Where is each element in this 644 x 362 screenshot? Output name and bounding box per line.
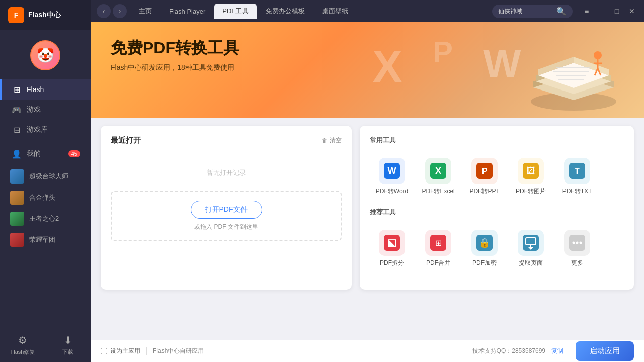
tab-pdf-tools[interactable]: PDF工具 bbox=[214, 4, 257, 19]
search-input[interactable] bbox=[498, 8, 553, 15]
sidebar: F Flash中心 🤡 ⊞ Flash 🎮 游戏 ⊟ 游戏库 👤 我的 45 超… bbox=[0, 0, 91, 362]
avatar[interactable]: 🤡 bbox=[30, 40, 60, 70]
txt-icon: T bbox=[569, 163, 585, 179]
tab-home[interactable]: 主页 bbox=[131, 4, 160, 19]
pdf-to-txt-icon-wrap: T bbox=[564, 158, 590, 184]
flash-icon: ⊞ bbox=[12, 84, 22, 95]
pdf-to-excel-icon-wrap: X bbox=[425, 158, 451, 184]
tool-extract-page[interactable]: 提取页面 bbox=[509, 224, 553, 272]
sidebar-item-games[interactable]: 🎮 游戏 bbox=[0, 100, 91, 120]
recent-card-title: 最近打开 bbox=[111, 136, 141, 145]
game-label-1: 超级台球大师 bbox=[29, 172, 68, 181]
app-logo-text: Flash中心 bbox=[28, 11, 61, 20]
page-content: 免费PDF转换工具 Flash中心研发应用，18种工具免费使用 X P W bbox=[91, 22, 644, 340]
excel-icon: X bbox=[430, 163, 446, 179]
sidebar-footer: ⚙ Flash修复 ⬇ 下载 bbox=[0, 328, 91, 362]
svg-point-43 bbox=[573, 242, 575, 244]
pdf-to-ppt-icon-wrap: P bbox=[471, 158, 498, 184]
extract-icon bbox=[523, 235, 539, 251]
pdf-encrypt-icon-wrap: 🔒 bbox=[471, 230, 498, 256]
svg-text:X: X bbox=[435, 166, 441, 176]
pdf-to-excel-label: PDF转Excel bbox=[422, 187, 454, 196]
menu-button[interactable]: ≡ bbox=[581, 5, 593, 17]
games-icon: 🎮 bbox=[12, 105, 22, 115]
sidebar-item-game-lib[interactable]: ⊟ 游戏库 bbox=[0, 120, 91, 140]
search-icon[interactable]: 🔍 bbox=[556, 7, 567, 16]
game-label-4: 荣耀军团 bbox=[29, 235, 55, 244]
game-item-2[interactable]: 合金弹头 bbox=[0, 187, 91, 208]
game-item-1[interactable]: 超级台球大师 bbox=[0, 166, 91, 187]
sidebar-nav: ⊞ Flash 🎮 游戏 ⊟ 游戏库 bbox=[0, 75, 91, 144]
tool-pdf-to-txt[interactable]: T PDF转TXT bbox=[555, 152, 599, 200]
sidebar-avatar-area: 🤡 bbox=[0, 30, 91, 75]
recent-card-header: 最近打开 🗑 清空 bbox=[111, 136, 342, 145]
tool-pdf-encrypt[interactable]: 🔒 PDF加密 bbox=[462, 224, 507, 272]
maximize-button[interactable]: □ bbox=[611, 5, 623, 17]
copy-qq-button[interactable]: 复制 bbox=[551, 347, 564, 355]
svg-text:X: X bbox=[372, 42, 403, 92]
close-button[interactable]: ✕ bbox=[626, 5, 638, 17]
banner: 免费PDF转换工具 Flash中心研发应用，18种工具免费使用 X P W bbox=[91, 22, 644, 118]
cards-row: 最近打开 🗑 清空 暂无打开记录 打开PDF文件 或拖入 PDF 文件到这里 bbox=[91, 118, 644, 298]
main-app-checkbox-input[interactable] bbox=[101, 348, 107, 354]
split-icon: ⬕ bbox=[384, 235, 400, 251]
upload-area[interactable]: 打开PDF文件 或拖入 PDF 文件到这里 bbox=[111, 191, 342, 241]
upload-hint: 或拖入 PDF 文件到这里 bbox=[122, 223, 331, 231]
tab-wallpaper[interactable]: 桌面壁纸 bbox=[314, 4, 356, 19]
game-thumb-3 bbox=[10, 212, 24, 226]
merge-icon: ⊞ bbox=[430, 235, 446, 251]
encrypt-icon: 🔒 bbox=[476, 235, 493, 251]
tool-pdf-merge[interactable]: ⊞ PDF合并 bbox=[416, 224, 460, 272]
svg-text:⊞: ⊞ bbox=[435, 239, 442, 247]
game-label-2: 合金弹头 bbox=[29, 193, 55, 202]
sidebar-item-my[interactable]: 👤 我的 45 bbox=[0, 144, 91, 164]
common-tools-title: 常用工具 bbox=[370, 136, 624, 145]
sidebar-my-label: 我的 bbox=[27, 149, 41, 158]
start-app-button[interactable]: 启动应用 bbox=[576, 341, 634, 361]
tool-more[interactable]: 更多 bbox=[555, 224, 599, 272]
forward-button[interactable]: › bbox=[113, 4, 127, 18]
tool-pdf-to-ppt[interactable]: P PDF转PPT bbox=[462, 152, 507, 200]
pdf-split-icon-wrap: ⬕ bbox=[379, 230, 405, 256]
titlebar: ‹ › 主页 Flash Player PDF工具 免费办公模板 桌面壁纸 🔍 … bbox=[91, 0, 644, 22]
word-icon: W bbox=[384, 163, 400, 179]
tool-pdf-to-excel[interactable]: X PDF转Excel bbox=[416, 152, 460, 200]
tool-pdf-to-image[interactable]: 🖼 PDF转图片 bbox=[509, 152, 553, 200]
flash-repair-btn[interactable]: ⚙ Flash修复 bbox=[0, 328, 45, 362]
open-pdf-button[interactable]: 打开PDF文件 bbox=[191, 201, 262, 219]
recommended-tools-grid: ⬕ PDF拆分 ⊞ PDF合并 bbox=[370, 224, 624, 272]
main-area: ‹ › 主页 Flash Player PDF工具 免费办公模板 桌面壁纸 🔍 … bbox=[91, 0, 644, 362]
back-button[interactable]: ‹ bbox=[97, 4, 111, 18]
sidebar-item-flash[interactable]: ⊞ Flash bbox=[0, 79, 91, 100]
banner-decoration: X P W bbox=[342, 22, 644, 118]
tab-flash-player[interactable]: Flash Player bbox=[161, 4, 213, 19]
set-as-main-app-checkbox[interactable]: 设为主应用 bbox=[101, 347, 140, 355]
svg-text:P: P bbox=[482, 167, 488, 175]
pdf-to-image-label: PDF转图片 bbox=[516, 187, 546, 196]
tool-pdf-split[interactable]: ⬕ PDF拆分 bbox=[370, 224, 414, 272]
svg-point-44 bbox=[576, 242, 579, 244]
window-controls: ≡ — □ ✕ bbox=[581, 5, 638, 17]
extract-page-icon-wrap bbox=[518, 230, 544, 256]
svg-point-17 bbox=[594, 51, 602, 59]
game-item-4[interactable]: 荣耀军团 bbox=[0, 229, 91, 250]
trash-icon: 🗑 bbox=[321, 137, 328, 144]
sidebar-logo: F Flash中心 bbox=[0, 0, 91, 30]
svg-text:W: W bbox=[388, 166, 396, 176]
pdf-split-label: PDF拆分 bbox=[380, 259, 404, 267]
tab-office-templates[interactable]: 免费办公模板 bbox=[258, 4, 313, 19]
clear-recent-btn[interactable]: 🗑 清空 bbox=[321, 136, 342, 145]
search-bar: 🔍 bbox=[492, 5, 573, 18]
recent-files-card: 最近打开 🗑 清空 暂无打开记录 打开PDF文件 或拖入 PDF 文件到这里 bbox=[101, 126, 352, 290]
game-label-3: 王者之心2 bbox=[29, 214, 59, 223]
download-label: 下载 bbox=[62, 348, 73, 356]
tool-pdf-to-word[interactable]: W PDF转Word bbox=[370, 152, 414, 200]
separator-1 bbox=[146, 347, 147, 355]
repair-icon: ⚙ bbox=[18, 334, 27, 346]
more-icon bbox=[569, 235, 585, 251]
game-item-3[interactable]: 王者之心2 bbox=[0, 208, 91, 229]
game-list: 超级台球大师 合金弹头 王者之心2 荣耀军团 bbox=[0, 164, 91, 252]
download-btn[interactable]: ⬇ 下载 bbox=[45, 328, 91, 362]
minimize-button[interactable]: — bbox=[596, 5, 608, 17]
sidebar-item-flash-label: Flash bbox=[27, 85, 44, 94]
